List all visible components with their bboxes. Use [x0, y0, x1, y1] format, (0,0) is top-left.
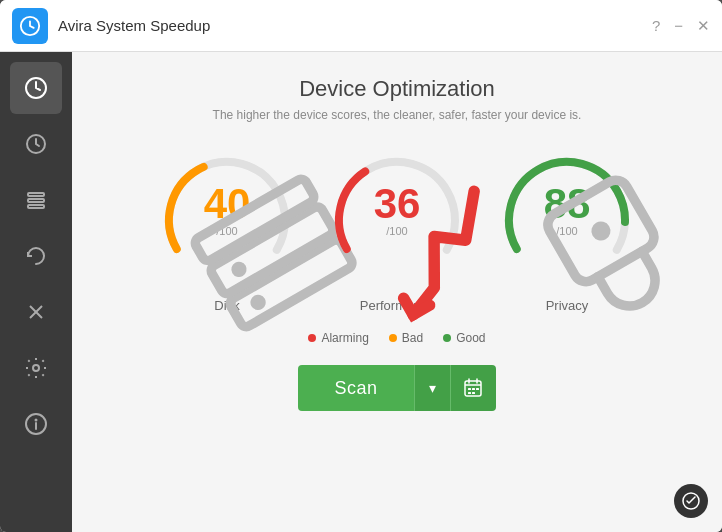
legend-alarming: Alarming: [308, 331, 368, 345]
sidebar-item-tools[interactable]: [10, 286, 62, 338]
legend: Alarming Bad Good: [308, 331, 485, 345]
calendar-icon: [463, 378, 483, 398]
sidebar: [0, 52, 72, 532]
sidebar-item-list[interactable]: [10, 174, 62, 226]
svg-point-17: [248, 292, 269, 313]
content-area: Device Optimization The higher the devic…: [72, 52, 722, 532]
alarming-dot: [308, 334, 316, 342]
good-dot: [443, 334, 451, 342]
legend-good: Good: [443, 331, 485, 345]
svg-rect-4: [28, 199, 44, 202]
app-window: Avira System Speedup ? − ✕: [0, 0, 722, 532]
svg-rect-31: [476, 388, 479, 390]
minimize-button[interactable]: −: [674, 18, 683, 33]
svg-rect-32: [468, 392, 471, 394]
svg-rect-29: [468, 388, 471, 390]
gauge-performance: 36 /100 Performance: [327, 150, 467, 313]
app-title: Avira System Speedup: [58, 17, 652, 34]
help-button[interactable]: ?: [652, 18, 660, 33]
gauge-disk-center: 40 /100: [204, 183, 251, 241]
svg-point-24: [588, 218, 614, 244]
sidebar-item-clock[interactable]: [10, 118, 62, 170]
alarming-label: Alarming: [321, 331, 368, 345]
svg-point-18: [229, 259, 250, 280]
badge-icon: [682, 492, 700, 510]
bad-dot: [389, 334, 397, 342]
svg-rect-5: [28, 205, 44, 208]
sidebar-item-refresh[interactable]: [10, 230, 62, 282]
gauge-disk: 40 /100: [157, 150, 297, 313]
page-title: Device Optimization: [299, 76, 495, 102]
sidebar-item-dashboard[interactable]: [10, 62, 62, 114]
gauges-row: 40 /100: [157, 150, 637, 313]
gauge-privacy-circle: 88 /100: [497, 150, 637, 290]
scan-calendar-button[interactable]: [450, 365, 496, 411]
sidebar-item-info[interactable]: [10, 398, 62, 450]
svg-rect-33: [472, 392, 475, 394]
dropdown-chevron-icon: ▾: [429, 380, 436, 396]
float-badge[interactable]: [674, 484, 708, 518]
svg-rect-30: [472, 388, 475, 390]
sidebar-item-settings[interactable]: [10, 342, 62, 394]
scan-button[interactable]: Scan: [298, 365, 413, 411]
good-label: Good: [456, 331, 485, 345]
page-subtitle: The higher the device scores, the cleane…: [213, 108, 582, 122]
gauge-privacy-center: 88 /100: [544, 183, 591, 241]
svg-point-8: [33, 365, 39, 371]
scan-dropdown-button[interactable]: ▾: [414, 365, 450, 411]
app-icon: [12, 8, 48, 44]
svg-rect-3: [28, 193, 44, 196]
close-button[interactable]: ✕: [697, 18, 710, 33]
window-controls: ? − ✕: [652, 18, 710, 33]
titlebar: Avira System Speedup ? − ✕: [0, 0, 722, 52]
gauge-performance-center: 36 /100: [374, 183, 421, 241]
gauge-privacy: 88 /100 Privacy: [497, 150, 637, 313]
gauge-disk-circle: 40 /100: [157, 150, 297, 290]
scan-area: Scan ▾: [298, 365, 495, 411]
main-area: Device Optimization The higher the devic…: [0, 52, 722, 532]
gauge-performance-circle: 36 /100: [327, 150, 467, 290]
